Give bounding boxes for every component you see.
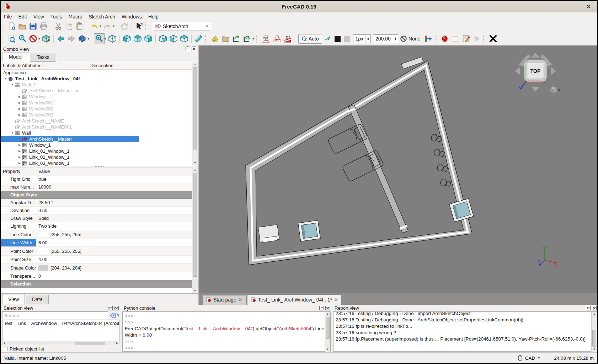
tree-row-wall1[interactable]: ▼ Wall_1 xyxy=(1,82,198,88)
tab-close-icon[interactable]: ✕ xyxy=(239,297,242,302)
property-row[interactable]: Angular D...28.50 ° xyxy=(1,199,198,207)
selection-hscrollbar[interactable]: ◀ ▶ xyxy=(2,341,119,345)
tree-row-window003[interactable]: ▶ Window003 xyxy=(1,112,198,118)
left-view-button[interactable] xyxy=(179,33,189,44)
report-view-text[interactable]: 23:57:16 Testing / Debugging - Done : im… xyxy=(333,311,597,352)
toolbar-grip[interactable] xyxy=(483,35,486,43)
toolbar-grip[interactable] xyxy=(2,35,5,43)
tree-row-window002[interactable]: ▶ Window002 xyxy=(1,106,198,112)
menu-macro[interactable]: Macro xyxy=(65,13,86,20)
navigation-cube[interactable]: TOP Y x z xyxy=(511,48,560,96)
arch-wall-sketch-button[interactable] xyxy=(282,33,293,44)
print-button[interactable] xyxy=(38,21,49,32)
toolbar-grip[interactable] xyxy=(256,35,259,43)
draw-style-button[interactable] xyxy=(28,33,38,44)
group-folder-button[interactable] xyxy=(220,33,231,44)
expander-right-icon[interactable]: ▶ xyxy=(17,162,22,165)
nav-forward-button[interactable] xyxy=(66,33,77,44)
python-console-float-icon[interactable] xyxy=(319,306,324,310)
title-bar[interactable]: FreeCAD 0.19 ✕ xyxy=(1,1,597,13)
python-console-close-icon[interactable] xyxy=(325,306,330,310)
toolbar-grip[interactable] xyxy=(145,22,148,30)
property-group-object-style[interactable]: Object Style xyxy=(1,191,198,199)
tree-row-window001[interactable]: ▶ Window001 xyxy=(1,100,198,106)
zoom-region-button[interactable] xyxy=(17,33,28,44)
macro-record-button[interactable] xyxy=(439,33,450,44)
expander-right-icon[interactable]: ▶ xyxy=(17,95,22,98)
selection-list[interactable]: Test__Link__ArchWindow__04f#ArchSketch00… xyxy=(2,320,119,342)
property-row[interactable]: max Num...10000 xyxy=(1,183,198,191)
tree-row-application[interactable]: Application xyxy=(1,70,198,76)
column-toggle-button[interactable] xyxy=(423,33,434,44)
menu-view[interactable]: View xyxy=(30,13,47,20)
report-view-float-icon[interactable] xyxy=(586,306,591,310)
auto-snap-button[interactable]: Auto xyxy=(298,34,322,44)
tree-header[interactable]: Labels & Attributes Description xyxy=(1,62,198,70)
tree-header-description[interactable]: Description xyxy=(88,62,122,69)
refresh-button[interactable] xyxy=(119,21,130,32)
macro-play-button[interactable] xyxy=(471,33,482,44)
tree-scrollbar[interactable]: ▲ ▼ xyxy=(192,62,198,165)
menu-sketch-arch[interactable]: Sketch Arch xyxy=(85,13,118,20)
scale-spinbox[interactable]: 200.00 ▲▼ xyxy=(373,34,398,43)
menu-help[interactable]: Help xyxy=(145,13,162,20)
redo-dropdown-icon[interactable]: ▼ xyxy=(112,25,115,28)
property-row[interactable]: Point Size4.00 xyxy=(1,256,198,264)
search-input[interactable]: Search xyxy=(2,311,108,319)
expander-right-icon[interactable]: ▶ xyxy=(17,101,22,104)
property-row-shape-color[interactable]: Shape Color[204, 204, 204] xyxy=(1,264,198,272)
property-row[interactable]: Deviation0.50 xyxy=(1,207,198,214)
rear-view-button[interactable] xyxy=(157,33,168,44)
tree-row-archsketch-name[interactable]: ArchSketch__NAME xyxy=(1,118,198,124)
picked-object-checkbox[interactable] xyxy=(3,347,7,351)
property-row[interactable]: Transpare...0 xyxy=(1,272,198,280)
tab-view[interactable]: View xyxy=(2,294,25,304)
window-close-icon[interactable]: ✕ xyxy=(586,3,591,10)
link-dropdown-icon[interactable]: ▼ xyxy=(252,37,255,40)
menu-tools[interactable]: Tools xyxy=(47,13,65,20)
toolbar-grip[interactable] xyxy=(294,35,297,43)
zoom-tool-dropdown-icon[interactable]: ▼ xyxy=(104,37,107,40)
face-color-swatch[interactable] xyxy=(344,36,350,42)
property-header-name[interactable]: Property xyxy=(1,168,36,175)
spinner-arrows-icon[interactable]: ▲▼ xyxy=(365,35,370,43)
zoom-tool-button[interactable] xyxy=(94,33,105,44)
workbench-selector[interactable]: SketchArch ▼ xyxy=(153,22,211,31)
copy-button[interactable] xyxy=(64,21,74,32)
tab-close-icon[interactable]: ✕ xyxy=(334,297,338,302)
tree-row-wall[interactable]: ▼ Wall xyxy=(1,130,198,136)
tree-row-window[interactable]: ▶ Window xyxy=(1,94,198,100)
expander-right-icon[interactable]: ▶ xyxy=(17,107,22,110)
selection-view-close-icon[interactable] xyxy=(114,306,119,310)
macro-edit-button[interactable] xyxy=(461,33,471,44)
menu-file[interactable]: File xyxy=(1,13,15,20)
python-console-scrollbar[interactable]: ▲ ▼ xyxy=(325,312,330,352)
expander-right-icon[interactable]: ▶ xyxy=(17,156,22,159)
combo-view-float-icon[interactable] xyxy=(186,47,190,51)
undo-button[interactable] xyxy=(89,21,100,32)
arch-sketch-button[interactable] xyxy=(271,33,282,44)
tree-row-archsketch-master-ss[interactable]: ArchSketch__Master_ss xyxy=(1,88,198,94)
paste-button[interactable] xyxy=(74,21,85,32)
tree-header-labels[interactable]: Labels & Attributes xyxy=(1,62,88,69)
clear-search-icon[interactable] xyxy=(110,313,116,318)
report-view-close-icon[interactable] xyxy=(592,306,597,310)
pointer-tool-icon[interactable] xyxy=(322,33,333,44)
toolbar-grip[interactable] xyxy=(435,35,438,43)
arch-wall-button[interactable] xyxy=(261,33,271,44)
line-width-spinbox[interactable]: 1px ▲▼ xyxy=(353,34,371,43)
combo-view-close-icon[interactable] xyxy=(192,47,196,51)
property-row-point-color[interactable]: Point Color[255, 255, 255] xyxy=(1,247,198,256)
report-view-scrollbar[interactable]: ▲ ▼ xyxy=(591,312,597,352)
tab-start-page[interactable]: Start page ✕ xyxy=(202,295,246,305)
tree-row-window-1[interactable]: ▶ Window_1 xyxy=(1,142,198,148)
fit-all-button[interactable] xyxy=(6,33,17,44)
cut-button[interactable] xyxy=(53,21,64,32)
expander-down-icon[interactable]: ▼ xyxy=(3,77,8,80)
fly-navigation-button[interactable] xyxy=(77,33,87,44)
whats-this-button[interactable]: ? xyxy=(134,21,144,32)
box-selection-button[interactable] xyxy=(41,33,52,44)
stop-button[interactable] xyxy=(488,33,498,44)
macro-pause-checkbox[interactable] xyxy=(450,33,461,44)
expander-right-icon[interactable]: ▶ xyxy=(17,150,22,153)
